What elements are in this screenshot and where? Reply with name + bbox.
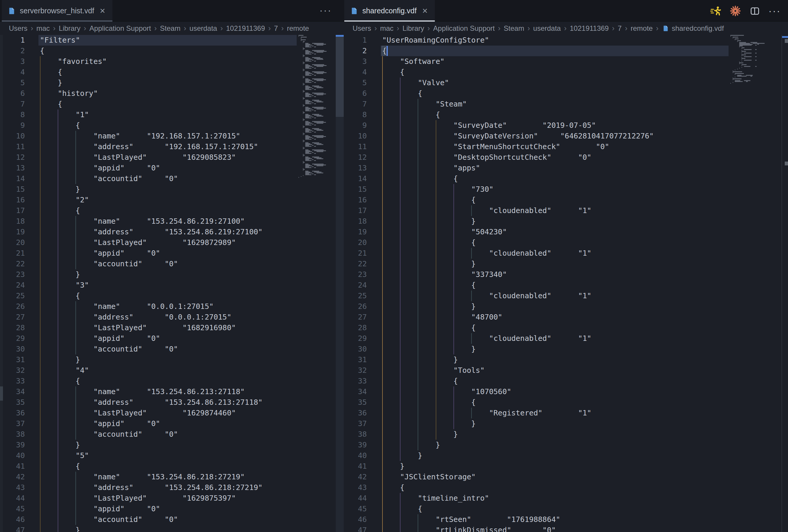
breadcrumb-item[interactable]: 1021911369 (570, 24, 609, 33)
scrollbar[interactable] (782, 35, 788, 532)
code-line[interactable]: 6 "history" (0, 88, 344, 99)
code-line[interactable]: 38 "accountid" "0" (0, 429, 344, 440)
code-line[interactable]: 5 } (0, 78, 344, 88)
code-line[interactable]: 42 "JSClientStorage" (344, 472, 788, 482)
breadcrumb-item[interactable]: 7 (274, 24, 278, 33)
code-line[interactable]: 12 "LastPlayed" "1629085823" (0, 152, 344, 163)
code-line[interactable]: 43 { (344, 482, 788, 493)
code-line[interactable]: 45 { (344, 504, 788, 514)
breadcrumb-item[interactable]: 1021911369 (226, 24, 265, 33)
code-line[interactable]: 29 "appid" "0" (0, 333, 344, 344)
code-line[interactable]: 14 { (344, 173, 788, 184)
code-line[interactable]: 14 "accountid" "0" (0, 173, 344, 184)
code-line[interactable]: 9 { (0, 120, 344, 131)
code-line[interactable]: 5 "Valve" (344, 78, 788, 88)
breadcrumb-item[interactable]: Library (402, 24, 424, 33)
code-line[interactable]: 34 "1070560" (344, 387, 788, 397)
code-line[interactable]: 29 "cloudenabled" "1" (344, 333, 788, 344)
code-line[interactable]: 15 } (0, 184, 344, 195)
breadcrumb-item[interactable]: mac (380, 24, 393, 33)
code-line[interactable]: 16 "2" (0, 195, 344, 205)
code-line[interactable]: 37 "appid" "0" (0, 418, 344, 429)
code-line[interactable]: 19 "504230" (344, 226, 788, 237)
code-line[interactable]: 47 } (0, 525, 344, 532)
code-line[interactable]: 35 "address" "153.254.86.213:27118" (0, 397, 344, 408)
code-line[interactable]: 15 "730" (344, 184, 788, 195)
code-line[interactable]: 17 { (0, 205, 344, 216)
breadcrumb-item[interactable]: Steam (504, 24, 524, 33)
code-line[interactable]: 47 "rtLinkDismissed" "0" (344, 525, 788, 532)
breadcrumb-file-item[interactable]: sharedconfig.vdf (672, 24, 724, 33)
code-line[interactable]: 16 { (344, 195, 788, 205)
code-line[interactable]: 23 } (0, 269, 344, 280)
close-icon[interactable]: × (422, 6, 428, 15)
code-line[interactable]: 46 "rtSeen" "1761988864" (344, 514, 788, 525)
code-line[interactable]: 25 { (0, 291, 344, 301)
scrollbar-slider[interactable] (336, 35, 344, 117)
code-line[interactable]: 3 "Software" (344, 56, 788, 67)
breadcrumb-item[interactable]: Application Support (433, 24, 495, 33)
breadcrumb-item[interactable]: 7 (618, 24, 622, 33)
breadcrumb-item[interactable]: Library (59, 24, 80, 33)
code-line[interactable]: 24 "3" (0, 280, 344, 291)
minimap[interactable] (297, 35, 336, 532)
code-line[interactable]: 2{ (0, 45, 344, 56)
code-line[interactable]: 41 { (0, 461, 344, 472)
code-line[interactable]: 39 } (0, 440, 344, 450)
code-line[interactable]: 45 "appid" "0" (0, 504, 344, 514)
code-line[interactable]: 30 } (344, 344, 788, 354)
code-line[interactable]: 11 "StartMenuShortcutCheck" "0" (344, 141, 788, 152)
code-line[interactable]: 40 "5" (0, 450, 344, 461)
code-line[interactable]: 39 } (344, 440, 788, 450)
code-line[interactable]: 33 { (0, 376, 344, 387)
code-line[interactable]: 20 { (344, 237, 788, 248)
code-line[interactable]: 19 "address" "153.254.86.219:27100" (0, 226, 344, 237)
code-line[interactable]: 22 } (344, 259, 788, 269)
code-line[interactable]: 44 "timeline_intro" (344, 493, 788, 504)
code-line[interactable]: 10 "SurveyDateVersion" "6462810417077212… (344, 131, 788, 141)
code-line[interactable]: 13 "apps" (344, 163, 788, 173)
scrollbar[interactable] (336, 35, 344, 532)
code-line[interactable]: 26 } (344, 301, 788, 312)
code-line[interactable]: 12 "DesktopShortcutCheck" "0" (344, 152, 788, 163)
code-line[interactable]: 11 "address" "192.168.157.1:27015" (0, 141, 344, 152)
code-line[interactable]: 10 "name" "192.168.157.1:27015" (0, 131, 344, 141)
code-line[interactable]: 9 "SurveyDate" "2019-07-05" (344, 120, 788, 131)
more-actions-icon[interactable]: ··· (319, 0, 332, 21)
tab-serverbrowser-hist[interactable]: serverbrowser_hist.vdf × (2, 0, 113, 22)
code-line[interactable]: 36 "Registered" "1" (344, 408, 788, 418)
code-line[interactable]: 6 { (344, 88, 788, 99)
run-icon[interactable] (710, 4, 722, 18)
code-line[interactable]: 22 "accountid" "0" (0, 259, 344, 269)
code-line[interactable]: 2{ (344, 45, 788, 56)
code-line[interactable]: 33 { (344, 376, 788, 387)
code-line[interactable]: 32 "4" (0, 365, 344, 376)
code-line[interactable]: 27 "address" "0.0.0.1:27015" (0, 312, 344, 322)
breadcrumb-item[interactable]: remote (631, 24, 653, 33)
code-line[interactable]: 36 "LastPlayed" "1629874460" (0, 408, 344, 418)
close-icon[interactable]: × (100, 6, 105, 15)
code-line[interactable]: 13 "appid" "0" (0, 163, 344, 173)
code-line[interactable]: 31 } (0, 354, 344, 365)
code-line[interactable]: 20 "LastPlayed" "1629872989" (0, 237, 344, 248)
code-line[interactable]: 4 { (344, 67, 788, 78)
code-line[interactable]: 42 "name" "153.254.86.218:27219" (0, 472, 344, 482)
breadcrumb-item[interactable]: Users (9, 24, 27, 33)
code-line[interactable]: 38 } (344, 429, 788, 440)
code-line[interactable]: 31 } (344, 354, 788, 365)
code-line[interactable]: 27 "48700" (344, 312, 788, 322)
split-editor-icon[interactable] (749, 4, 761, 18)
code-line[interactable]: 8 "1" (0, 110, 344, 120)
code-line[interactable]: 28 "LastPlayed" "1682916980" (0, 322, 344, 333)
code-line[interactable]: 24 { (344, 280, 788, 291)
claude-spark-icon[interactable] (729, 4, 741, 18)
breadcrumb[interactable]: Users›mac›Library›Application Support›St… (0, 22, 344, 35)
minimap[interactable] (729, 35, 780, 532)
code-line[interactable]: 4 { (0, 67, 344, 78)
code-line[interactable]: 25 "cloudenabled" "1" (344, 291, 788, 301)
breadcrumb[interactable]: Users›mac›Library›Application Support›St… (344, 22, 788, 35)
breadcrumb-item[interactable]: remote (287, 24, 309, 33)
breadcrumb-item[interactable]: userdata (533, 24, 561, 33)
code-line[interactable]: 43 "address" "153.254.86.218:27219" (0, 482, 344, 493)
code-line[interactable]: 18 } (344, 216, 788, 226)
